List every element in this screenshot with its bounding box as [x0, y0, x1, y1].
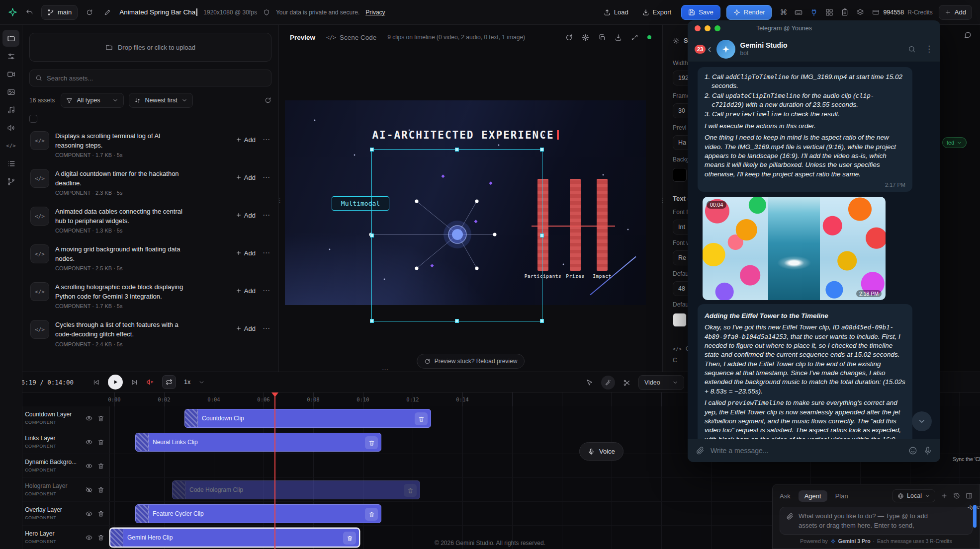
save-button[interactable]: Save	[681, 5, 720, 20]
resize-handle[interactable]	[540, 148, 544, 152]
delete-track-button[interactable]	[97, 415, 104, 422]
add-asset-button[interactable]: Add	[236, 249, 256, 257]
search-input[interactable]	[47, 75, 266, 82]
play-button[interactable]	[108, 375, 123, 390]
asset-menu-button[interactable]: ⋯	[263, 211, 270, 220]
delete-clip-button[interactable]	[365, 436, 378, 449]
visibility-toggle-off[interactable]	[86, 486, 92, 493]
emoji-icon[interactable]	[908, 446, 917, 455]
resize-handle[interactable]	[455, 319, 459, 323]
type-filter-select[interactable]: All types	[61, 93, 124, 108]
timeline-clip[interactable]: Neural Links Clip	[135, 433, 381, 452]
timeline-clip[interactable]: Code Hologram Clip	[172, 480, 420, 499]
reload-preview-button[interactable]: Preview stuck? Reload preview	[417, 354, 525, 369]
project-title-input[interactable]: Animated Spring Bar Cha	[119, 8, 197, 16]
scroll-to-bottom-button[interactable]	[912, 411, 932, 431]
loop-button[interactable]	[162, 375, 176, 389]
panel-resize-handle[interactable]: ⋯	[382, 366, 388, 373]
panel-resize-handle[interactable]: ⋮	[659, 196, 666, 204]
scroll-indicator[interactable]	[973, 505, 977, 528]
asset-menu-button[interactable]: ⋯	[263, 135, 270, 144]
add-asset-button[interactable]: Add	[236, 325, 256, 332]
select-tool-button[interactable]	[586, 379, 593, 387]
preview-settings-button[interactable]	[582, 34, 589, 41]
more-menu-button[interactable]: ⋮	[925, 44, 933, 54]
plugin-button[interactable]	[810, 8, 818, 16]
delete-clip-button[interactable]	[365, 508, 378, 521]
video-preview[interactable]: AI-ARCHITECTED EXPERIENCE Participants	[285, 100, 646, 305]
panel-resize-handle[interactable]: ⋮	[276, 196, 283, 204]
back-button[interactable]: 23 ‹	[695, 44, 712, 55]
sidebar-item-video[interactable]	[2, 66, 19, 82]
paperclip-icon[interactable]	[696, 446, 705, 455]
clip-trim-handle[interactable]	[173, 481, 185, 499]
magic-tool-button[interactable]	[601, 376, 615, 390]
refresh-project-button[interactable]	[84, 6, 95, 18]
resize-handle[interactable]	[370, 148, 374, 152]
chat-title[interactable]: Gemini Studio	[740, 41, 788, 49]
telegram-titlebar[interactable]: Telegram @ Younes	[688, 20, 940, 36]
list-item[interactable]: </> A scrolling holographic code block d…	[29, 277, 271, 314]
add-asset-button[interactable]: Add	[236, 287, 256, 295]
skip-back-button[interactable]	[92, 379, 100, 386]
delete-track-button[interactable]	[97, 510, 104, 517]
sort-select[interactable]: Newest first	[129, 93, 192, 108]
panel-toggle-button[interactable]	[966, 492, 973, 499]
keyboard-shortcuts-button[interactable]	[795, 8, 802, 16]
asset-menu-button[interactable]: ⋯	[263, 248, 270, 257]
resize-handle[interactable]	[540, 319, 544, 323]
delete-track-button[interactable]	[97, 463, 104, 470]
agent-prompt-input[interactable]: What would you like to do? — Type @ to a…	[780, 507, 973, 535]
export-button[interactable]: Export	[638, 5, 676, 20]
privacy-link[interactable]: Privacy	[365, 9, 385, 16]
clip-trim-handle[interactable]	[136, 505, 149, 523]
list-item[interactable]: </> A digital countdown timer for the ha…	[29, 163, 271, 201]
resize-handle[interactable]	[370, 234, 374, 237]
undo-button[interactable]	[23, 6, 35, 18]
refresh-preview-button[interactable]	[565, 34, 573, 41]
asset-menu-button[interactable]: ⋯	[263, 173, 270, 182]
close-window-button[interactable]	[695, 25, 701, 31]
asset-menu-button[interactable]: ⋯	[263, 286, 270, 295]
select-all-checkbox[interactable]	[29, 115, 37, 123]
background-color-swatch[interactable]	[673, 168, 687, 182]
asset-search[interactable]	[29, 70, 271, 86]
new-chat-button[interactable]	[941, 492, 948, 499]
add-asset-button[interactable]: Add	[236, 136, 256, 144]
sidebar-item-music[interactable]	[2, 101, 19, 118]
avatar[interactable]	[716, 40, 735, 59]
message-input[interactable]	[711, 447, 902, 455]
layers-button[interactable]	[856, 8, 864, 16]
visibility-toggle[interactable]	[86, 439, 92, 446]
grid-view-button[interactable]	[825, 8, 833, 16]
sidebar-item-audio[interactable]	[2, 119, 19, 136]
chat-icon[interactable]	[964, 31, 972, 39]
add-asset-button[interactable]: Add	[236, 174, 256, 181]
refresh-assets-button[interactable]	[265, 97, 271, 104]
sidebar-item-assets[interactable]	[2, 30, 19, 47]
resize-handle[interactable]	[370, 319, 374, 323]
clipboard-button[interactable]	[841, 8, 849, 16]
list-item[interactable]: </> Animated data cables connecting the …	[29, 201, 271, 239]
timeline-clip[interactable]: Feature Cycler Clip	[135, 504, 381, 523]
sidebar-item-code[interactable]: </>	[2, 137, 19, 154]
delete-clip-button[interactable]	[404, 484, 417, 497]
tab-preview[interactable]: Preview	[290, 34, 315, 41]
chevron-down-icon[interactable]	[198, 379, 205, 386]
connected-status-badge[interactable]: ted	[942, 137, 967, 148]
load-button[interactable]: Load	[600, 5, 632, 20]
resize-handle[interactable]	[455, 148, 459, 152]
resize-handle[interactable]	[540, 234, 544, 237]
mute-button[interactable]	[146, 378, 154, 386]
tab-scene-code[interactable]: </>Scene Code	[326, 34, 376, 41]
add-button[interactable]: Add	[939, 5, 972, 20]
delete-track-button[interactable]	[97, 439, 104, 446]
mic-icon[interactable]	[923, 446, 932, 455]
timeline-clip[interactable]: Countdown Clip	[184, 409, 431, 428]
track-type-select[interactable]: Video	[638, 375, 684, 390]
list-item[interactable]: </> Cycles through a list of tech featur…	[29, 314, 271, 352]
minimize-window-button[interactable]	[705, 25, 711, 31]
branch-button[interactable]: main	[41, 5, 78, 20]
tab-ask[interactable]: Ask	[780, 492, 791, 500]
visibility-toggle[interactable]	[86, 415, 92, 422]
